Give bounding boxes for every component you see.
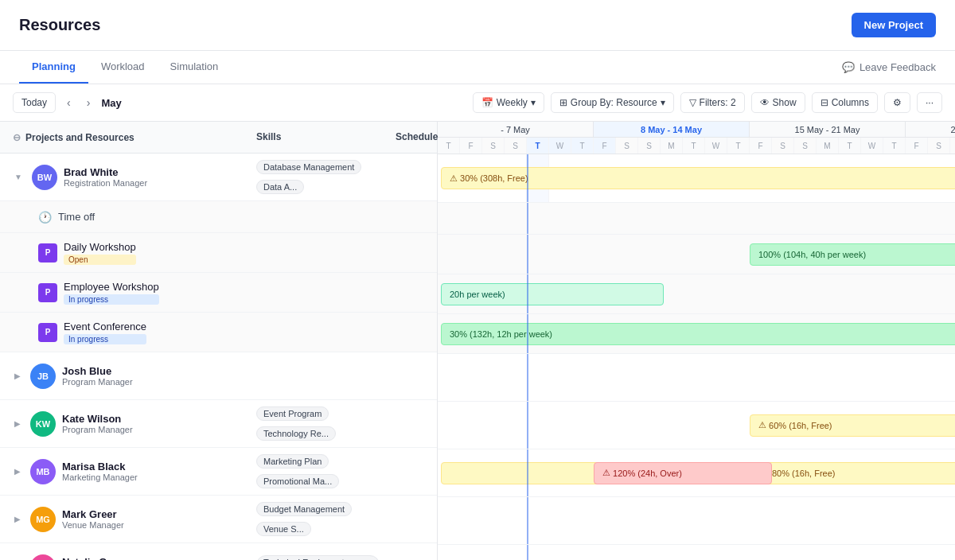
gantt-header: - 7 May 8 May - 14 May 15 May - 21 May 2… — [438, 122, 955, 154]
eye-icon: 👁 — [760, 97, 770, 108]
project-cell: P Daily Workshop Open — [0, 233, 247, 272]
person-info: Marisa Black Marketing Manager — [62, 461, 138, 482]
avatar: JB — [30, 364, 56, 389]
expand-button[interactable]: ▼ — [13, 171, 24, 183]
next-button[interactable]: › — [82, 95, 96, 111]
gantt-label-marisa2: 80% (16h, Free) — [772, 469, 835, 478]
gantt-body: ⚠ 30% (308h, Free) 100% (104h, 40h per w… — [438, 154, 955, 560]
person-role: Marketing Manager — [62, 472, 138, 482]
list-item: ▶ JB Josh Blue Program Manager — [0, 352, 437, 400]
project-name: Employee Workshop — [64, 281, 159, 293]
warn-icon: ⚠ — [602, 468, 610, 478]
person-name: Natalie Grey — [62, 556, 124, 560]
person-role: Registration Manager — [64, 178, 147, 188]
toolbar: Today ‹ › May 📅 Weekly ▾ ⊞ Group By: Res… — [0, 84, 955, 122]
app-header: Resources New Project — [0, 0, 955, 51]
expand-button[interactable]: ▶ — [13, 513, 22, 525]
list-item: P Employee Workshop In progress — [0, 273, 437, 313]
resource-table: ⊖ Projects and Resources Skills Schedule… — [0, 122, 438, 560]
tabs-bar: Planning Workload Simulation 💬 Leave Fee… — [0, 51, 955, 84]
avatar: MB — [30, 459, 56, 484]
more-button[interactable]: ··· — [917, 92, 942, 113]
scheduled-cell — [389, 496, 437, 542]
clock-icon: 🕐 — [38, 211, 52, 224]
skill-tag: Marketing Plan — [256, 454, 329, 469]
filters-button[interactable]: ▽ Filters: 2 — [680, 92, 745, 113]
show-button[interactable]: 👁 Show — [751, 92, 805, 113]
skills-cell — [247, 273, 389, 312]
skills-cell: Event Program Technology Re... — [247, 400, 389, 447]
list-item: ▶ MB Marisa Black Marketing Manager Mark… — [0, 448, 437, 496]
skill-tag: Data A... — [256, 180, 304, 194]
tab-simulation[interactable]: Simulation — [158, 51, 232, 84]
avatar: BW — [32, 165, 57, 190]
app-container: Resources New Project Planning Workload … — [0, 0, 955, 560]
new-project-button[interactable]: New Project — [852, 13, 936, 37]
timeoff-label: Time off — [58, 211, 95, 223]
list-item: ▶ NG Natalie Grey Venue Manager Technica… — [0, 543, 437, 560]
scheduled-cell — [389, 448, 437, 495]
gantt-row — [438, 497, 955, 545]
person-info: Brad White Registration Manager — [64, 166, 147, 188]
person-cell-natalie: ▶ NG Natalie Grey Venue Manager — [0, 543, 247, 560]
expand-button[interactable]: ▶ — [13, 465, 22, 477]
person-name: Brad White — [64, 166, 147, 178]
gantt-row: 100% (104h, 40h per week) — [438, 235, 955, 274]
person-role: Venue Manager — [62, 520, 124, 530]
col-header-scheduled: Scheduled — [389, 128, 437, 146]
col-header-skills: Skills — [247, 128, 389, 146]
scheduled-cell — [389, 313, 437, 352]
skill-tag: Budget Management — [256, 502, 352, 516]
person-cell-mark: ▶ MG Mark Greer Venue Manager — [0, 496, 247, 542]
skills-cell: Marketing Plan Promotional Ma... — [247, 448, 389, 495]
more-icon: ··· — [926, 97, 934, 108]
scheduled-cell-empty — [389, 201, 437, 232]
scheduled-cell — [389, 273, 437, 312]
tab-planning[interactable]: Planning — [19, 51, 88, 84]
warn-icon: ⚠ — [758, 420, 766, 430]
resource-rows: ▼ BW Brad White Registration Manager Dat… — [0, 154, 437, 560]
collapse-icon: ⊖ — [13, 132, 21, 143]
gantt-row: 20h per week) — [438, 274, 955, 314]
person-cell-josh: ▶ JB Josh Blue Program Manager — [0, 352, 247, 399]
weekly-button[interactable]: 📅 Weekly ▾ — [473, 92, 544, 113]
person-role: Program Manager — [62, 425, 133, 434]
leave-feedback-button[interactable]: 💬 Leave Feedback — [842, 61, 936, 73]
prev-button[interactable]: ‹ — [62, 95, 76, 111]
person-name: Marisa Black — [62, 461, 138, 472]
skill-tag: Venue S... — [256, 522, 311, 536]
project-name: Event Conference — [64, 321, 146, 332]
chevron-down-icon2: ▾ — [661, 97, 665, 108]
skills-cell — [247, 233, 389, 272]
skill-tag: Event Program — [256, 406, 329, 421]
table-header: ⊖ Projects and Resources Skills Schedule… — [0, 122, 437, 154]
person-cell-marisa: ▶ MB Marisa Black Marketing Manager — [0, 448, 247, 495]
toolbar-right: 📅 Weekly ▾ ⊞ Group By: Resource ▾ ▽ Filt… — [473, 92, 942, 113]
columns-button[interactable]: ⊟ Columns — [812, 92, 878, 113]
month-label: May — [101, 97, 121, 109]
skill-tag: Database Management — [256, 160, 361, 174]
list-item: ▶ KW Kate Wilson Program Manager Event P… — [0, 400, 437, 448]
expand-button[interactable]: ▶ — [13, 418, 22, 430]
group-by-button[interactable]: ⊞ Group By: Resource ▾ — [551, 92, 674, 113]
person-cell-kate: ▶ KW Kate Wilson Program Manager — [0, 400, 247, 447]
settings-button[interactable]: ⚙ — [884, 92, 910, 113]
tabs: Planning Workload Simulation — [19, 51, 231, 84]
skills-cell-empty — [247, 201, 389, 232]
skill-tag: Technical Equipment Requirements — [256, 555, 380, 561]
expand-button[interactable]: ▶ — [13, 370, 22, 382]
list-item: ▶ MG Mark Greer Venue Manager Budget Man… — [0, 496, 437, 543]
today-button[interactable]: Today — [13, 92, 56, 113]
gantt-bar-employee: 20h per week) — [441, 283, 664, 305]
status-badge: Open — [64, 255, 136, 265]
avatar: KW — [30, 411, 56, 437]
project-name: Daily Workshop — [64, 241, 136, 253]
skills-cell — [247, 313, 389, 352]
scheduled-cell — [389, 154, 437, 200]
project-cell: P Event Conference In progress — [0, 313, 247, 352]
gantt-row: ⚠ 120% (24h, Over) 80% (16h, Free) ⚠ 48% — [438, 449, 955, 497]
list-item: ▼ BW Brad White Registration Manager Dat… — [0, 154, 437, 201]
tab-workload[interactable]: Workload — [88, 51, 158, 84]
status-badge: In progress — [64, 334, 146, 344]
gantt-row — [438, 354, 955, 402]
